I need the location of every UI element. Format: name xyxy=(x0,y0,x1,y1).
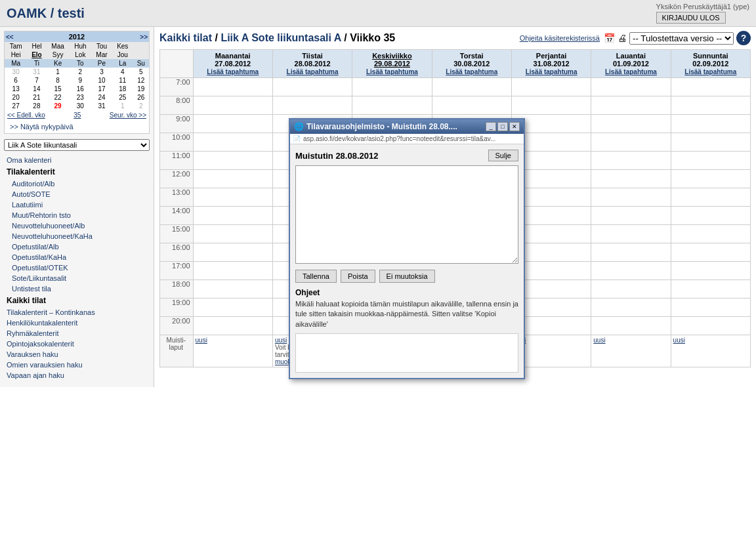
modal-x-btn[interactable]: ✕ xyxy=(509,122,520,131)
modal-overlay: 🌐 Tilavarausohjelmisto - Muistutin 28.08… xyxy=(154,27,756,387)
modal-delete-button[interactable]: Poista xyxy=(341,270,375,283)
modal-close-button[interactable]: Sulje xyxy=(488,150,518,161)
modal-titlebar: 🌐 Tilavarausohjelmisto - Muistutin 28.08… xyxy=(290,119,524,134)
page-icon: 📄 xyxy=(293,135,301,142)
content-area: Kaikki tilat / Liik A Sote liikuntasali … xyxy=(154,27,756,387)
modal-urlbar: 📄 asp.asio.fi/dev/kokvar/asio2.php?func=… xyxy=(290,134,524,144)
modal-title-text: Tilavarausohjelmisto - Muistutin 28.08..… xyxy=(306,122,457,131)
modal-save-button[interactable]: Tallenna xyxy=(295,270,337,283)
modal-ohjeet-section: Ohjeet Mikäli haluaat kopioida tämän mui… xyxy=(295,288,518,373)
browser-icon: 🌐 xyxy=(294,122,304,131)
modal-minimize-btn[interactable]: _ xyxy=(486,122,496,131)
modal-header-row: Muistutin 28.08.2012 Sulje xyxy=(295,150,518,161)
modal-ohjeet-box xyxy=(295,333,518,373)
modal-maximize-btn[interactable]: □ xyxy=(497,122,508,131)
modal-textarea[interactable] xyxy=(295,165,518,264)
modal-heading: Muistutin 28.08.2012 xyxy=(295,151,378,161)
modal-body: Muistutin 28.08.2012 Sulje Tallenna Pois… xyxy=(290,144,524,378)
modal-window: 🌐 Tilavarausohjelmisto - Muistutin 28.08… xyxy=(289,118,525,379)
modal-titlebar-buttons: _ □ ✕ xyxy=(486,122,520,131)
main-layout: << 2012 >> Tam Hel Maa Huh Tou Kes Hei E… xyxy=(0,27,756,387)
modal-buttons: Tallenna Poista Ei muutoksia xyxy=(295,270,518,283)
modal-titlebar-left: 🌐 Tilavarausohjelmisto - Muistutin 28.08… xyxy=(294,122,457,131)
modal-url: asp.asio.fi/dev/kokvar/asio2.php?func=no… xyxy=(303,135,495,142)
modal-no-changes-button[interactable]: Ei muutoksia xyxy=(379,270,435,283)
modal-ohjeet-title: Ohjeet xyxy=(295,288,518,297)
modal-ohjeet-text: Mikäli haluaat kopioida tämän muistilapu… xyxy=(295,299,518,329)
